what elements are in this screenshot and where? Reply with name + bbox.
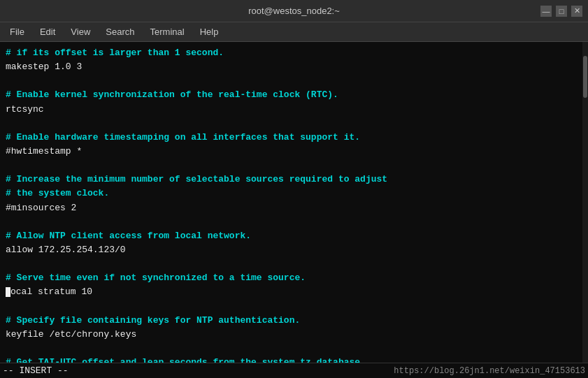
terminal-line <box>6 257 582 271</box>
title-bar: root@westos_node2:~ — □ ✕ <box>0 0 588 22</box>
terminal-line <box>6 159 582 173</box>
terminal-line <box>6 74 582 88</box>
menu-item-search[interactable]: Search <box>99 24 141 39</box>
terminal-line <box>6 215 582 229</box>
terminal-line <box>6 117 582 131</box>
window-title: root@westos_node2:~ <box>48 6 540 16</box>
terminal-line: # if its offset is larger than 1 second. <box>6 46 582 60</box>
insert-mode-indicator: -- INSERT -- <box>3 365 69 376</box>
close-button[interactable]: ✕ <box>571 6 582 17</box>
terminal-line: keyfile /etc/chrony.keys <box>6 328 582 342</box>
terminal-line: rtcsync <box>6 103 582 117</box>
window-controls: — □ ✕ <box>540 6 582 17</box>
menu-item-help[interactable]: Help <box>193 24 226 39</box>
terminal-line <box>6 342 582 356</box>
terminal-line: # Enable kernel synchronization of the r… <box>6 88 582 102</box>
scrollbar-thumb <box>583 56 587 98</box>
scrollbar[interactable] <box>582 42 588 363</box>
terminal-line: allow 172.25.254.123/0 <box>6 243 582 257</box>
terminal-content[interactable]: # if its offset is larger than 1 second.… <box>0 42 588 378</box>
terminal-line: # the system clock. <box>6 187 582 201</box>
terminal-line: # Increase the minimum number of selecta… <box>6 173 582 187</box>
terminal-line: # Enable hardware timestamping on all in… <box>6 131 582 145</box>
maximize-button[interactable]: □ <box>556 6 567 17</box>
terminal-line: # Specify file containing keys for NTP a… <box>6 314 582 328</box>
status-url: https://blog.26jn1.net/weixin_47153613 <box>394 366 585 376</box>
menu-item-file[interactable]: File <box>3 24 31 39</box>
terminal-line: makestep 1.0 3 <box>6 60 582 74</box>
menu-bar: FileEditViewSearchTerminalHelp <box>0 22 588 42</box>
status-bar: -- INSERT -- https://blog.26jn1.net/weix… <box>0 363 588 378</box>
menu-item-terminal[interactable]: Terminal <box>143 24 192 39</box>
terminal-line: # Serve time even if not synchronized to… <box>6 271 582 285</box>
terminal-line: # Allow NTP client access from local net… <box>6 229 582 243</box>
terminal-line: #minsources 2 <box>6 201 582 215</box>
terminal-line: local stratum 10 <box>6 285 582 299</box>
minimize-button[interactable]: — <box>540 6 552 17</box>
terminal-line <box>6 300 582 314</box>
menu-item-edit[interactable]: Edit <box>33 24 62 39</box>
menu-item-view[interactable]: View <box>64 24 97 39</box>
terminal-line: #hwtimestamp * <box>6 145 582 159</box>
terminal-lines: # if its offset is larger than 1 second.… <box>6 46 582 370</box>
